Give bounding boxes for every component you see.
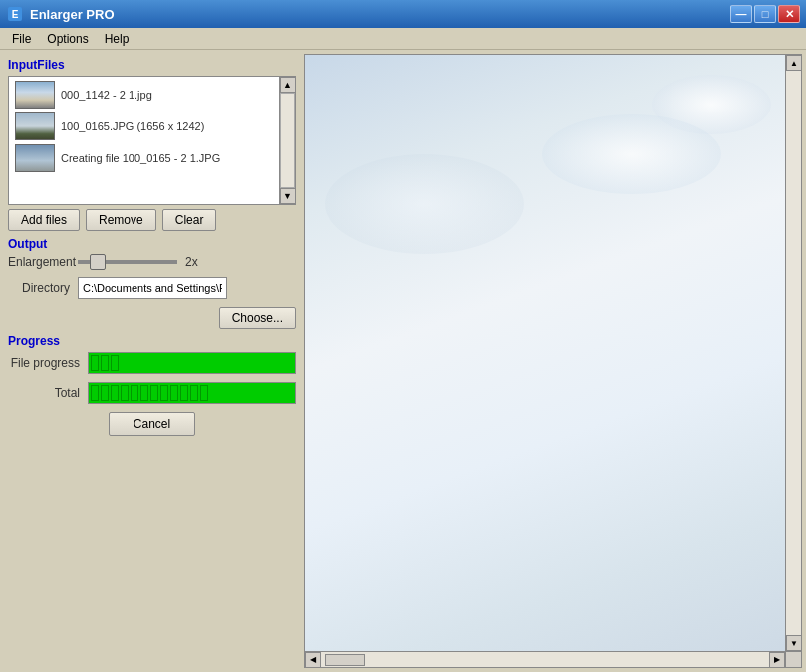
- file-progress-bar: [88, 352, 296, 374]
- progress-block: [121, 385, 129, 401]
- total-progress-bar: [88, 382, 296, 404]
- directory-input[interactable]: [78, 277, 227, 299]
- remove-button[interactable]: Remove: [86, 209, 156, 231]
- progress-block: [180, 385, 188, 401]
- window-controls: — □ ✕: [730, 5, 800, 23]
- enlargement-row: Enlargement 2x: [8, 255, 296, 269]
- total-progress-fill: [89, 383, 295, 403]
- scroll-right-button[interactable]: ▶: [769, 652, 785, 668]
- enlargement-slider[interactable]: [78, 260, 177, 264]
- total-progress-row: Total: [8, 382, 296, 404]
- scroll-left-button[interactable]: ◀: [305, 652, 321, 668]
- preview-clouds: [305, 55, 801, 667]
- progress-block: [150, 385, 158, 401]
- directory-row: Directory: [8, 277, 296, 299]
- file-thumb: [15, 144, 55, 172]
- file-name: Creating file 100_0165 - 2 1.JPG: [61, 152, 220, 164]
- restore-button[interactable]: □: [754, 5, 776, 23]
- menu-options[interactable]: Options: [39, 30, 96, 48]
- scroll-track-horizontal[interactable]: [321, 652, 769, 667]
- list-item[interactable]: 000_1142 - 2 1.jpg: [11, 79, 277, 111]
- file-progress-label: File progress: [8, 356, 88, 370]
- close-button[interactable]: ✕: [778, 5, 800, 23]
- slider-container: 2x: [78, 255, 198, 269]
- choose-btn-row: Choose...: [8, 307, 296, 329]
- cloud-3: [325, 154, 524, 254]
- scroll-up-button[interactable]: ▲: [786, 55, 802, 71]
- minimize-button[interactable]: —: [730, 5, 752, 23]
- total-progress-label: Total: [8, 386, 88, 400]
- file-list-scrollbar: ▲ ▼: [279, 77, 295, 204]
- file-buttons-row: Add files Remove Clear: [8, 209, 296, 231]
- cloud-2: [542, 114, 721, 194]
- output-section: Output Enlargement 2x Directory Choose..…: [8, 237, 296, 329]
- file-thumb: [15, 112, 55, 140]
- file-name: 100_0165.JPG (1656 x 1242): [61, 120, 204, 132]
- progress-block: [101, 355, 109, 371]
- file-thumb: [15, 81, 55, 109]
- cancel-button[interactable]: Cancel: [109, 412, 195, 436]
- left-panel: InputFiles 000_1142 - 2 1.jpg 100_0165.J…: [0, 50, 304, 672]
- app-title: Enlarger PRO: [30, 7, 730, 22]
- preview-scrollbar-horizontal: ◀ ▶: [305, 651, 785, 667]
- directory-label: Directory: [8, 281, 78, 295]
- preview-scrollbar-vertical: ▲ ▼: [785, 55, 801, 651]
- list-item[interactable]: Creating file 100_0165 - 2 1.JPG: [11, 142, 277, 174]
- progress-block: [170, 385, 178, 401]
- progress-block: [131, 385, 138, 401]
- progress-block: [111, 385, 119, 401]
- svg-text:E: E: [12, 9, 19, 20]
- file-progress-fill: [89, 353, 295, 373]
- output-label: Output: [8, 237, 296, 251]
- preview-area: [305, 55, 801, 667]
- progress-block: [91, 385, 99, 401]
- menu-bar: File Options Help: [0, 28, 806, 50]
- file-name: 000_1142 - 2 1.jpg: [61, 89, 152, 101]
- list-item[interactable]: 100_0165.JPG (1656 x 1242): [11, 111, 277, 142]
- scrollbar-up-button[interactable]: ▲: [280, 77, 296, 93]
- progress-section: Progress File progress Total: [8, 335, 296, 436]
- progress-block: [140, 385, 148, 401]
- input-files-label: InputFiles: [8, 58, 296, 72]
- scroll-down-button[interactable]: ▼: [786, 635, 802, 651]
- file-progress-row: File progress: [8, 352, 296, 374]
- menu-file[interactable]: File: [4, 30, 39, 48]
- progress-block: [91, 355, 99, 371]
- menu-help[interactable]: Help: [97, 30, 137, 48]
- enlargement-label: Enlargement: [8, 255, 78, 269]
- progress-block: [190, 385, 198, 401]
- progress-block: [200, 385, 208, 401]
- progress-block: [160, 385, 168, 401]
- file-list: 000_1142 - 2 1.jpg 100_0165.JPG (1656 x …: [9, 77, 279, 204]
- clear-button[interactable]: Clear: [162, 209, 217, 231]
- main-container: InputFiles 000_1142 - 2 1.jpg 100_0165.J…: [0, 50, 806, 672]
- enlargement-value: 2x: [185, 255, 198, 269]
- title-bar: E Enlarger PRO — □ ✕: [0, 0, 806, 28]
- progress-block: [101, 385, 109, 401]
- scroll-track-vertical[interactable]: [786, 71, 801, 635]
- scroll-thumb-horizontal[interactable]: [325, 654, 365, 666]
- choose-button[interactable]: Choose...: [219, 307, 296, 329]
- right-panel: ▲ ▼ ◀ ▶: [304, 54, 802, 668]
- app-icon: E: [6, 5, 24, 23]
- file-list-container: 000_1142 - 2 1.jpg 100_0165.JPG (1656 x …: [8, 76, 296, 205]
- scrollbar-track[interactable]: [280, 93, 295, 188]
- progress-label: Progress: [8, 335, 296, 348]
- add-files-button[interactable]: Add files: [8, 209, 80, 231]
- cancel-row: Cancel: [8, 412, 296, 436]
- progress-block: [111, 355, 119, 371]
- input-files-section: InputFiles 000_1142 - 2 1.jpg 100_0165.J…: [8, 58, 296, 231]
- scrollbar-corner: [785, 651, 801, 667]
- scrollbar-down-button[interactable]: ▼: [280, 188, 296, 204]
